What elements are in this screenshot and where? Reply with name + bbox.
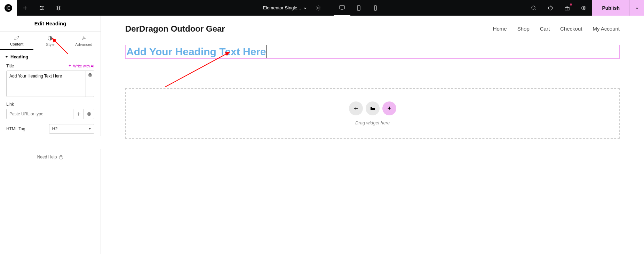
nav-link-home[interactable]: Home — [493, 26, 507, 32]
svg-rect-4 — [8, 9, 10, 9]
heading-text[interactable]: Add Your Heading Text Here — [126, 45, 619, 58]
publish-button[interactable]: Publish — [592, 0, 629, 16]
layers-icon — [56, 5, 61, 11]
sidebar-title: Edit Heading — [0, 16, 101, 32]
pencil-icon — [14, 35, 19, 41]
need-help-label: Need Help — [37, 155, 57, 159]
empty-section-dropzone[interactable]: Drag widget here — [125, 88, 620, 139]
elementor-logo-icon — [5, 4, 12, 12]
tab-content[interactable]: Content — [0, 32, 33, 50]
document-title: Elementor Single... — [263, 5, 301, 10]
dynamic-tags-button[interactable] — [86, 71, 94, 97]
nav-link-cart[interactable]: Cart — [540, 26, 550, 32]
document-title-dropdown[interactable]: Elementor Single... — [260, 5, 310, 10]
gear-icon — [316, 5, 321, 11]
tab-advanced-label: Advanced — [75, 42, 92, 47]
text-cursor — [267, 45, 267, 58]
eye-icon — [581, 5, 587, 11]
svg-point-7 — [41, 9, 42, 10]
caret-down-icon — [5, 55, 8, 59]
mobile-icon — [372, 5, 379, 11]
link-dynamic-button[interactable] — [84, 109, 94, 119]
html-tag-label: HTML Tag — [6, 126, 25, 131]
sparkle-icon — [387, 106, 392, 111]
html-tag-select[interactable]: H2 — [49, 124, 94, 134]
tablet-icon — [356, 5, 362, 11]
editor-canvas: DerDragon Outdoor Gear Home Shop Cart Ch… — [101, 16, 644, 254]
page-settings-button[interactable] — [310, 0, 327, 16]
svg-point-17 — [83, 38, 85, 39]
chevron-down-icon — [303, 6, 307, 10]
section-heading-toggle[interactable]: Heading — [0, 50, 101, 64]
svg-point-5 — [40, 6, 41, 7]
device-desktop-tab[interactable] — [334, 0, 350, 16]
sliders-icon — [39, 5, 45, 11]
dropzone-text: Drag widget here — [355, 120, 390, 125]
publish-options-button[interactable] — [629, 0, 644, 16]
nav-link-checkout[interactable]: Checkout — [560, 26, 582, 32]
elementor-logo-button[interactable] — [0, 0, 17, 16]
chevron-down-icon — [635, 6, 639, 10]
plus-icon — [22, 5, 28, 11]
svg-rect-9 — [340, 6, 344, 9]
gear-icon — [77, 112, 81, 116]
svg-point-15 — [583, 7, 585, 9]
search-icon — [531, 5, 536, 11]
tab-style-label: Style — [46, 42, 54, 47]
add-widget-button[interactable] — [349, 101, 363, 115]
structure-button[interactable] — [50, 0, 67, 16]
whats-new-button[interactable] — [559, 0, 575, 16]
device-tablet-tab[interactable] — [350, 0, 367, 16]
editor-sidebar: Edit Heading Content Style Advanced Head… — [0, 16, 101, 254]
contrast-icon — [47, 35, 53, 41]
tab-style[interactable]: Style — [33, 32, 67, 50]
nav-link-myaccount[interactable]: My Account — [593, 26, 620, 32]
need-help-link[interactable]: Need Help — [6, 155, 94, 159]
device-mobile-tab[interactable] — [367, 0, 384, 16]
folder-icon — [370, 106, 375, 111]
topbar: Elementor Single... — [0, 0, 644, 16]
heading-widget[interactable]: Add Your Heading Text Here — [125, 45, 620, 59]
add-element-button[interactable] — [17, 0, 33, 16]
title-textarea[interactable] — [7, 71, 86, 97]
site-title: DerDragon Outdoor Gear — [125, 24, 225, 34]
tab-content-label: Content — [10, 42, 24, 46]
section-heading-label: Heading — [10, 54, 28, 59]
notification-dot — [570, 3, 572, 6]
title-textarea-wrap — [6, 71, 94, 97]
write-with-ai-link[interactable]: Write with AI — [68, 64, 94, 68]
svg-point-19 — [78, 113, 79, 115]
gear-icon — [81, 35, 87, 41]
dropzone-icons — [349, 101, 396, 115]
plus-icon — [353, 106, 359, 111]
ai-generate-button[interactable] — [382, 101, 396, 115]
svg-rect-2 — [8, 6, 10, 7]
site-header: DerDragon Outdoor Gear Home Shop Cart Ch… — [101, 16, 644, 42]
link-label: Link — [6, 102, 14, 107]
help-icon — [59, 155, 63, 159]
svg-rect-10 — [357, 6, 360, 10]
help-button[interactable] — [542, 0, 559, 16]
title-label: Title — [6, 64, 14, 68]
heading-text-content: Add Your Heading Text Here — [126, 46, 266, 57]
link-options-button[interactable] — [73, 109, 84, 119]
svg-rect-11 — [374, 6, 376, 10]
site-nav: Home Shop Cart Checkout My Account — [493, 26, 620, 32]
add-template-button[interactable] — [366, 101, 380, 115]
topbar-right: Publish — [525, 0, 644, 16]
write-with-ai-label: Write with AI — [73, 64, 94, 68]
tab-advanced[interactable]: Advanced — [67, 32, 101, 50]
preview-button[interactable] — [575, 0, 592, 16]
finder-button[interactable] — [525, 0, 542, 16]
link-input[interactable] — [6, 109, 73, 119]
database-icon — [88, 73, 92, 77]
responsive-device-tabs — [334, 0, 384, 16]
site-settings-button[interactable] — [33, 0, 50, 16]
sparkle-icon — [68, 64, 72, 68]
svg-rect-3 — [8, 8, 10, 8]
topbar-center: Elementor Single... — [260, 0, 384, 16]
nav-link-shop[interactable]: Shop — [517, 26, 530, 32]
controls: Title Write with AI Link — [0, 64, 101, 159]
svg-point-20 — [88, 113, 90, 114]
svg-point-12 — [532, 6, 535, 9]
